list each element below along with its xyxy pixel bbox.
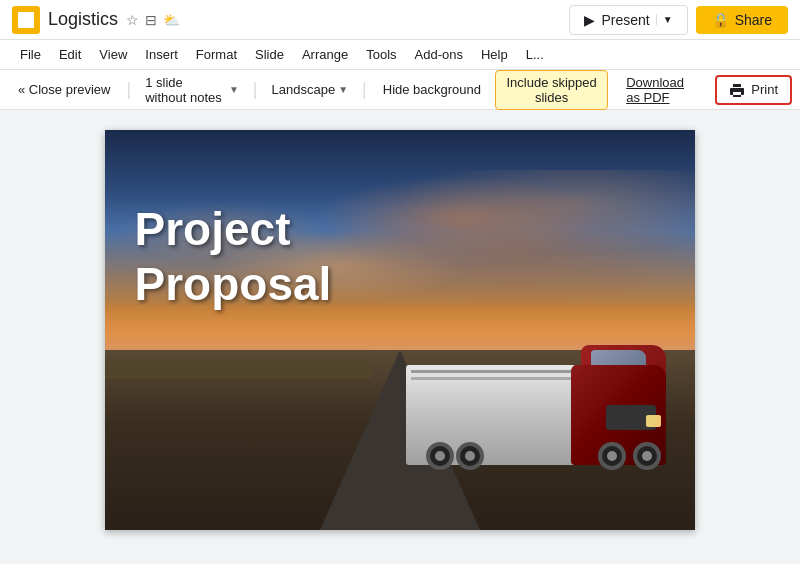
separator2: | — [251, 79, 260, 100]
slides-label: 1 slide without notes — [145, 75, 226, 105]
title-bar: Logistics ☆ ⊟ ⛅ ▶ Present ▼ 🔒 Share — [0, 0, 800, 40]
app-icon-inner — [18, 12, 34, 28]
menu-slide[interactable]: Slide — [247, 43, 292, 66]
slide-title-line1: Project — [135, 202, 332, 257]
folder-icon: ⊟ — [145, 12, 157, 28]
hide-background-button[interactable]: Hide background — [373, 77, 491, 102]
printer-icon — [729, 82, 745, 98]
menu-help[interactable]: Help — [473, 43, 516, 66]
lock-icon: 🔒 — [712, 12, 729, 28]
separator1: | — [125, 79, 134, 100]
menu-addons[interactable]: Add-ons — [407, 43, 471, 66]
print-button[interactable]: Print — [715, 75, 792, 105]
slide-text: Project Proposal — [135, 202, 332, 312]
content-area: Project Proposal — [0, 110, 800, 564]
menu-more[interactable]: L... — [518, 43, 552, 66]
share-button[interactable]: 🔒 Share — [696, 6, 788, 34]
present-dropdown-arrow[interactable]: ▼ — [656, 14, 673, 25]
hide-background-label: Hide background — [383, 82, 481, 97]
wheel-front — [633, 442, 661, 470]
truck-cab — [571, 365, 666, 465]
truck-headlight — [646, 415, 661, 427]
menu-view[interactable]: View — [91, 43, 135, 66]
present-play-icon: ▶ — [584, 12, 595, 28]
slides-chevron: ▼ — [229, 84, 239, 95]
star-icon[interactable]: ☆ — [126, 12, 139, 28]
include-skipped-button[interactable]: Include skipped slides — [495, 70, 608, 110]
orientation-dropdown[interactable]: Landscape ▼ — [264, 77, 357, 102]
cloud-icon: ⛅ — [163, 12, 180, 28]
trailer-stripe-2 — [411, 377, 571, 380]
close-preview-button[interactable]: « Close preview — [8, 77, 121, 102]
orientation-label: Landscape — [272, 82, 336, 97]
title-icons: ☆ ⊟ ⛅ — [126, 12, 180, 28]
slide-container: Project Proposal — [105, 130, 695, 530]
truck — [406, 310, 666, 490]
orientation-chevron: ▼ — [338, 84, 348, 95]
download-pdf-link[interactable]: Download as PDF — [616, 70, 711, 110]
menu-bar: File Edit View Insert Format Slide Arran… — [0, 40, 800, 70]
menu-file[interactable]: File — [12, 43, 49, 66]
slide-title-line2: Proposal — [135, 257, 332, 312]
menu-edit[interactable]: Edit — [51, 43, 89, 66]
app-icon — [12, 6, 40, 34]
menu-arrange[interactable]: Arrange — [294, 43, 356, 66]
share-label: Share — [735, 12, 772, 28]
trailer-stripe-1 — [411, 370, 571, 373]
slides-dropdown[interactable]: 1 slide without notes ▼ — [137, 70, 247, 110]
present-label: Present — [601, 12, 649, 28]
print-label: Print — [751, 82, 778, 97]
menu-insert[interactable]: Insert — [137, 43, 186, 66]
present-button[interactable]: ▶ Present ▼ — [569, 5, 687, 35]
include-skipped-label: Include skipped slides — [506, 75, 596, 105]
wheel-rear-1 — [426, 442, 454, 470]
slide-preview-area: Project Proposal — [0, 110, 800, 564]
separator3: | — [360, 79, 369, 100]
menu-tools[interactable]: Tools — [358, 43, 404, 66]
truck-trailer — [406, 365, 576, 465]
app-title: Logistics — [48, 9, 118, 30]
wheel-rear-2 — [456, 442, 484, 470]
menu-format[interactable]: Format — [188, 43, 245, 66]
wheel-mid — [598, 442, 626, 470]
close-preview-label: « Close preview — [18, 82, 111, 97]
print-toolbar: « Close preview | 1 slide without notes … — [0, 70, 800, 110]
